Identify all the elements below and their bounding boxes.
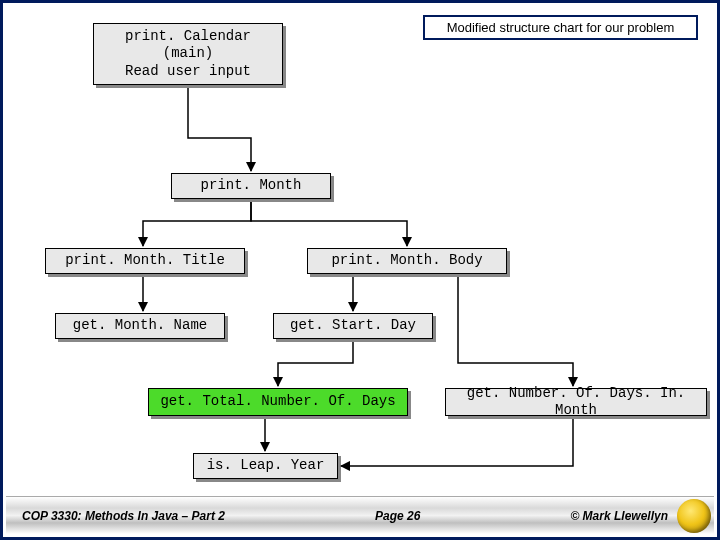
footer-center: Page 26 (375, 509, 420, 523)
node-line: get. Number. Of. Days. In. Month (454, 385, 698, 420)
ucf-logo (677, 499, 711, 533)
footer-right: © Mark Llewellyn (570, 509, 668, 523)
node-get-month-name: get. Month. Name (55, 313, 225, 339)
node-line: print. Calendar (125, 28, 251, 46)
caption-text: Modified structure chart for our problem (447, 20, 675, 35)
node-is-leap-year: is. Leap. Year (193, 453, 338, 479)
node-print-month-body: print. Month. Body (307, 248, 507, 274)
node-get-days-in-month: get. Number. Of. Days. In. Month (445, 388, 707, 416)
footer-left: COP 3330: Methods In Java – Part 2 (22, 509, 225, 523)
node-print-month: print. Month (171, 173, 331, 199)
slide: Modified structure chart for our problem… (0, 0, 720, 540)
node-line: get. Total. Number. Of. Days (160, 393, 395, 411)
node-line: is. Leap. Year (207, 457, 325, 475)
node-print-calendar: print. Calendar (main) Read user input (93, 23, 283, 85)
node-get-total-days: get. Total. Number. Of. Days (148, 388, 408, 416)
node-print-month-title: print. Month. Title (45, 248, 245, 274)
node-line: get. Start. Day (290, 317, 416, 335)
node-line: Read user input (125, 63, 251, 81)
footer: COP 3330: Methods In Java – Part 2 Page … (6, 496, 714, 534)
node-line: print. Month (201, 177, 302, 195)
node-line: print. Month. Body (331, 252, 482, 270)
node-line: get. Month. Name (73, 317, 207, 335)
node-get-start-day: get. Start. Day (273, 313, 433, 339)
caption-box: Modified structure chart for our problem (423, 15, 698, 40)
node-line: print. Month. Title (65, 252, 225, 270)
node-line: (main) (163, 45, 213, 63)
